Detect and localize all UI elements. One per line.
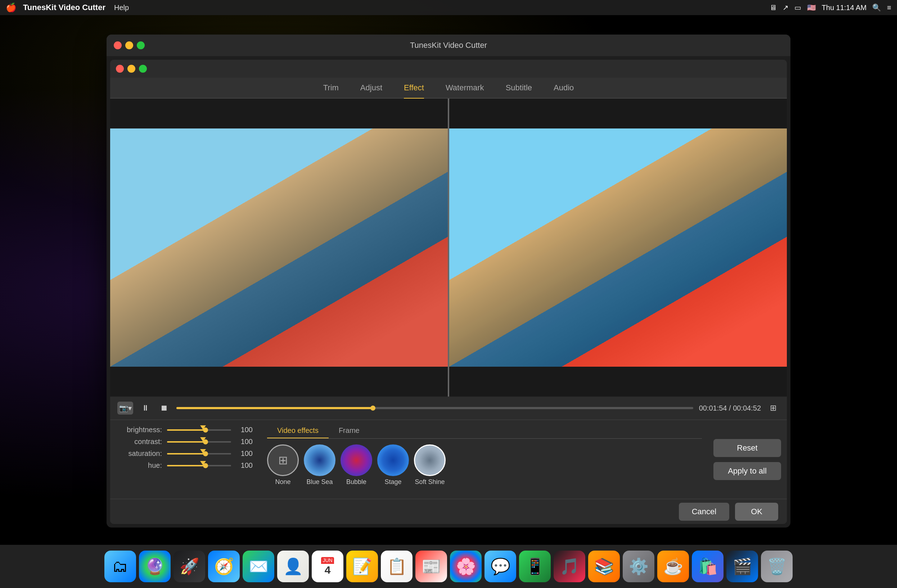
menubar-flag[interactable]: 🇺🇸 xyxy=(807,3,816,12)
dock-item-prefs[interactable]: ⚙️ xyxy=(623,551,654,582)
hue-fill xyxy=(167,465,205,466)
time-display: 00:01:54 / 00:04:52 xyxy=(699,404,761,412)
close-button[interactable] xyxy=(114,41,122,49)
dock-item-calendar[interactable]: JUN 4 xyxy=(312,551,343,582)
dock-item-news[interactable]: 📰 xyxy=(415,551,447,582)
search-icon[interactable]: 🔍 xyxy=(872,3,881,12)
screenshot-button[interactable]: 📷▾ xyxy=(117,402,133,415)
progress-handle[interactable] xyxy=(370,406,375,411)
effect-none-label: None xyxy=(275,478,291,486)
menubar-list-icon[interactable]: ≡ xyxy=(887,4,891,12)
tab-adjust[interactable]: Adjust xyxy=(360,80,382,95)
saturation-thumb[interactable] xyxy=(203,451,208,456)
effect-soft-shine[interactable]: Soft Shine xyxy=(414,444,445,486)
effect-blue-sea-thumb xyxy=(304,444,335,476)
video-panel-right xyxy=(449,99,787,397)
inner-traffic-lights xyxy=(116,65,147,73)
video-panel-left xyxy=(110,99,448,397)
sliders-panel: brightness: 100 contrast: xyxy=(110,420,261,499)
effects-tabs: Video effects Frame xyxy=(267,423,702,439)
effect-bubble[interactable]: Bubble xyxy=(340,444,372,486)
dock-item-rocket[interactable]: 🚀 xyxy=(173,551,205,582)
brightness-thumb[interactable] xyxy=(203,428,208,432)
inner-minimize-button[interactable] xyxy=(127,65,135,73)
brightness-label: brightness: xyxy=(119,426,162,434)
dock-item-appstore[interactable]: 🛍️ xyxy=(692,551,724,582)
minimize-button[interactable] xyxy=(125,41,133,49)
saturation-fill xyxy=(167,453,205,455)
brightness-value: 100 xyxy=(236,426,253,434)
video-preview-left xyxy=(110,99,448,397)
dock-item-mail[interactable]: ✉️ xyxy=(243,551,274,582)
video-area xyxy=(110,99,787,397)
tab-effect[interactable]: Effect xyxy=(404,80,424,95)
hue-slider[interactable] xyxy=(167,465,231,466)
contrast-slider[interactable] xyxy=(167,441,231,443)
effects-panel: Video effects Frame ⊞ None Blue Sea xyxy=(261,420,708,499)
pause-button[interactable]: ⏸ xyxy=(139,402,152,415)
effect-soft-shine-thumb xyxy=(414,444,445,476)
tab-frame[interactable]: Frame xyxy=(329,423,370,438)
expand-button[interactable]: ⊞ xyxy=(767,402,780,415)
inner-close-button[interactable] xyxy=(116,65,124,73)
app-name[interactable]: TunesKit Video Cutter xyxy=(23,3,106,12)
editor-panel: Trim Adjust Effect Watermark Subtitle Au… xyxy=(110,60,787,524)
window-title: TunesKit Video Cutter xyxy=(410,41,487,50)
menubar-icon-cursor[interactable]: ↗ xyxy=(782,3,789,12)
effect-none[interactable]: ⊞ None xyxy=(267,444,299,486)
effect-blue-sea[interactable]: Blue Sea xyxy=(304,444,335,486)
tab-watermark[interactable]: Watermark xyxy=(445,80,484,95)
maximize-button[interactable] xyxy=(137,41,145,49)
contrast-thumb[interactable] xyxy=(203,439,208,444)
video-preview-right xyxy=(449,99,787,397)
dock-item-facetime[interactable]: 📱 xyxy=(519,551,551,582)
hue-thumb[interactable] xyxy=(203,463,208,468)
inner-maximize-button[interactable] xyxy=(139,65,147,73)
tab-trim[interactable]: Trim xyxy=(323,80,339,95)
dock-item-finder[interactable]: 🗂 xyxy=(104,551,136,582)
apply-to-all-button[interactable]: Apply to all xyxy=(713,462,781,480)
contrast-value: 100 xyxy=(236,438,253,446)
hue-label: hue: xyxy=(119,461,162,470)
dock-item-trash[interactable]: 🗑️ xyxy=(761,551,793,582)
apple-menu[interactable]: 🍎 xyxy=(6,3,17,12)
dock-item-books[interactable]: 📚 xyxy=(588,551,620,582)
cancel-button[interactable]: Cancel xyxy=(679,503,729,521)
menubar: 🍎 TunesKit Video Cutter Help 🖥 ↗ ▭ 🇺🇸 Th… xyxy=(0,0,897,15)
progress-bar[interactable] xyxy=(176,407,693,409)
dock-item-quicktime[interactable]: 🎬 xyxy=(726,551,758,582)
reset-button[interactable]: Reset xyxy=(713,439,781,457)
effect-stage[interactable]: Stage xyxy=(377,444,409,486)
effect-soft-shine-label: Soft Shine xyxy=(415,478,444,486)
none-icon: ⊞ xyxy=(278,454,288,467)
effect-bubble-thumb xyxy=(340,444,372,476)
ok-button[interactable]: OK xyxy=(735,503,778,521)
tab-subtitle[interactable]: Subtitle xyxy=(506,80,532,95)
dock-item-notes[interactable]: 📝 xyxy=(346,551,378,582)
stop-button[interactable]: ⏹ xyxy=(158,402,171,415)
dock-item-safari[interactable]: 🧭 xyxy=(208,551,240,582)
menubar-icon-screen[interactable]: 🖥 xyxy=(770,4,777,12)
brightness-slider[interactable] xyxy=(167,429,231,431)
effect-bubble-label: Bubble xyxy=(346,478,366,486)
saturation-slider[interactable] xyxy=(167,453,231,455)
dock-item-messages[interactable]: 💬 xyxy=(485,551,516,582)
dock: 🗂 🔮 🚀 🧭 ✉️ 👤 JUN 4 📝 📋 📰 🌸 💬 📱 🎵 📚 ⚙️ ☕ … xyxy=(0,545,897,588)
tab-audio[interactable]: Audio xyxy=(554,80,574,95)
dock-item-music[interactable]: 🎵 xyxy=(554,551,585,582)
help-menu[interactable]: Help xyxy=(114,4,129,12)
dock-item-siri[interactable]: 🔮 xyxy=(139,551,171,582)
bottom-actions: Cancel OK xyxy=(110,499,787,524)
contrast-label: contrast: xyxy=(119,438,162,446)
dock-item-amphetamine[interactable]: ☕ xyxy=(657,551,689,582)
contrast-fill xyxy=(167,441,205,443)
effect-none-thumb: ⊞ xyxy=(267,444,299,476)
menubar-icon-display[interactable]: ▭ xyxy=(794,3,801,12)
tab-video-effects[interactable]: Video effects xyxy=(267,423,329,438)
dock-item-contacts[interactable]: 👤 xyxy=(277,551,309,582)
effect-blue-sea-label: Blue Sea xyxy=(306,478,332,486)
dock-item-photos[interactable]: 🌸 xyxy=(450,551,482,582)
brightness-fill xyxy=(167,429,205,431)
dock-item-reminders[interactable]: 📋 xyxy=(381,551,412,582)
effect-stage-label: Stage xyxy=(384,478,401,486)
